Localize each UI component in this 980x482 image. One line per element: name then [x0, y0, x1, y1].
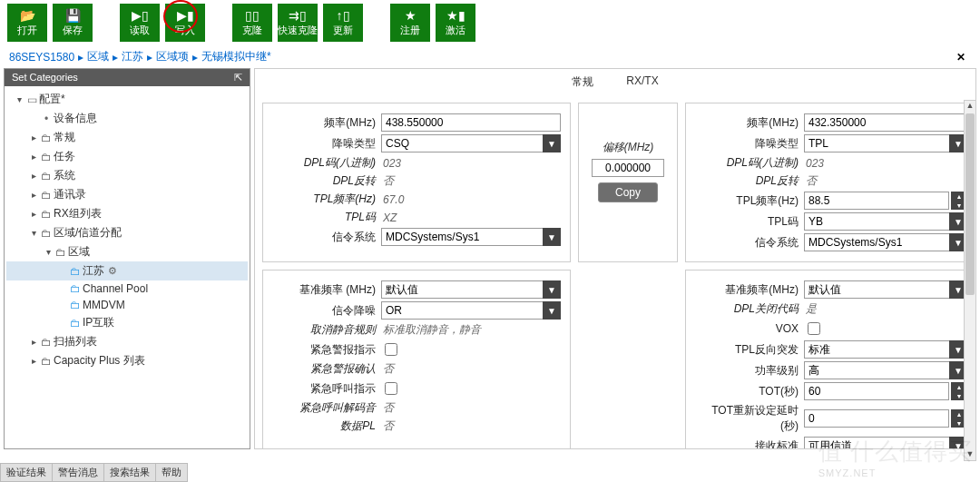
tree-contacts[interactable]: ▸🗀通讯录 — [6, 185, 248, 204]
rx-signal-label: 信令系统 — [272, 230, 381, 245]
rx-dpl-octal-label: DPL码(八进制) — [272, 155, 381, 171]
folder-icon: 🗀 — [68, 317, 83, 330]
update-button[interactable]: ↑▯更新 — [323, 4, 363, 42]
folder-icon: 🗀 — [68, 282, 83, 295]
tree-task[interactable]: ▸🗀任务 — [6, 147, 248, 166]
breadcrumb: 86SEYS1580▸ 区域▸ 江苏▸ 区域项▸ 无锡模拟中继* ✕ — [0, 45, 980, 68]
watermark: 值 什么值得买 SMYZ.NET — [818, 436, 973, 478]
rx-freq-label: 频率(MHz) — [272, 115, 381, 131]
dropdown-icon[interactable]: ▼ — [543, 228, 561, 246]
tree-config[interactable]: ▾▭配置* — [6, 90, 248, 109]
tree-scan-list[interactable]: ▸🗀扫描列表 — [6, 332, 248, 351]
rx-tpl-code-label: TPL码 — [272, 210, 381, 225]
rx-tpl-freq-value: 67.0 — [381, 193, 404, 206]
data-pl-value: 否 — [381, 418, 394, 434]
folder-icon: 🗀 — [68, 299, 83, 311]
tab-bar: 常规 RX/TX — [255, 69, 975, 95]
vox-label: VOX — [695, 322, 804, 335]
fast-clone-button[interactable]: ⇉▯快速克隆 — [278, 4, 318, 42]
tx-freq-label: 频率(MHz) — [695, 115, 804, 131]
tree-zone-alloc[interactable]: ▾🗀区域/信道分配 — [6, 223, 248, 242]
power-select[interactable] — [804, 361, 949, 379]
base-freq-select[interactable] — [381, 280, 543, 299]
update-icon: ↑▯ — [337, 9, 350, 22]
tx-signal-select[interactable] — [804, 233, 949, 251]
footer-validate[interactable]: 验证结果 — [0, 463, 53, 482]
rx-squelch-select[interactable] — [381, 134, 543, 152]
footer-warnings[interactable]: 警告消息 — [52, 463, 104, 482]
tab-rxtx[interactable]: RX/TX — [621, 73, 663, 92]
scrollbar-thumb[interactable] — [965, 113, 975, 295]
em-call-label: 紧急呼叫指示 — [272, 381, 381, 397]
rx-dpl-invert-value: 否 — [381, 173, 394, 189]
tx-squelch-select[interactable] — [804, 134, 949, 152]
vox-checkbox[interactable] — [808, 322, 820, 335]
rx-tpl-code-value: XZ — [381, 211, 397, 224]
breadcrumb-root[interactable]: 86SEYS1580 — [9, 51, 74, 64]
dropdown-icon[interactable]: ▼ — [543, 134, 561, 152]
breadcrumb-zone[interactable]: 区域 — [87, 49, 109, 64]
scroll-up-icon[interactable]: ▲ — [965, 101, 975, 112]
tx-signal-label: 信令系统 — [695, 235, 804, 251]
star-lock-icon: ★▮ — [446, 9, 466, 22]
tree-device-info[interactable]: •设备信息 — [6, 109, 248, 128]
folder-open-icon: 📂 — [20, 9, 35, 22]
tree-ip-inter[interactable]: 🗀IP互联 — [6, 313, 248, 332]
dropdown-icon[interactable]: ▼ — [543, 301, 561, 320]
rx-signal-select[interactable] — [381, 228, 543, 246]
tree-capacity-plus[interactable]: ▸🗀Capacity Plus 列表 — [6, 351, 248, 370]
register-button[interactable]: ★注册 — [390, 4, 430, 42]
read-icon: ▶▯ — [132, 9, 149, 22]
sig-squelch-label: 信令降噪 — [272, 303, 381, 319]
offset-input[interactable] — [592, 159, 664, 177]
activate-button[interactable]: ★▮激活 — [436, 4, 475, 42]
dpl-off-label: DPL关闭代码 — [695, 301, 804, 317]
star-icon: ★ — [405, 9, 416, 22]
tx-tpl-freq-input[interactable] — [804, 192, 949, 210]
tx-tpl-code-select[interactable] — [804, 212, 949, 231]
tx-base-freq-select[interactable] — [804, 280, 949, 299]
rx2-panel: 基准频率 (MHz)▼ 信令降噪▼ 取消静音规则标准取消静音，静音 紧急警报指示… — [262, 270, 571, 448]
tree-system[interactable]: ▸🗀系统 — [6, 166, 248, 185]
folder-icon: 🗀 — [68, 265, 83, 278]
tree-general[interactable]: ▸🗀常规 — [6, 128, 248, 147]
rx-freq-input[interactable] — [381, 113, 561, 132]
tree-rx-group[interactable]: ▸🗀RX组列表 — [6, 204, 248, 223]
tx-freq-input[interactable] — [804, 113, 967, 132]
em-indicator-label: 紧急警报指示 — [272, 342, 381, 358]
footer-help[interactable]: 帮助 — [155, 463, 188, 482]
fast-clone-icon: ⇉▯ — [289, 9, 307, 22]
rx-dpl-octal-value: 023 — [381, 157, 401, 170]
clone-button[interactable]: ▯▯克隆 — [232, 4, 272, 42]
breadcrumb-jiangsu[interactable]: 江苏 — [122, 49, 143, 64]
tree-zone[interactable]: ▾🗀区域 — [6, 242, 248, 261]
sidebar: Set Categories ⇱ ▾▭配置* •设备信息 ▸🗀常规 ▸🗀任务 ▸… — [4, 68, 250, 449]
offset-label: 偏移(MHz) — [603, 140, 654, 155]
sig-squelch-select[interactable] — [381, 301, 543, 320]
tx-dpl-invert-label: DPL反转 — [695, 173, 804, 189]
gear-icon[interactable]: ⚙ — [108, 265, 117, 277]
tot-reset-input[interactable] — [804, 409, 949, 428]
tree-channel-pool[interactable]: 🗀Channel Pool — [6, 280, 248, 297]
copy-button[interactable]: Copy — [598, 182, 658, 202]
tree-jiangsu[interactable]: 🗀江苏⚙ — [6, 261, 248, 280]
tpl-rev-select[interactable] — [804, 340, 949, 359]
close-tab-button[interactable]: ✕ — [951, 51, 971, 64]
footer-search[interactable]: 搜索结果 — [103, 463, 156, 482]
dropdown-icon[interactable]: ▼ — [543, 280, 561, 299]
pin-icon[interactable]: ⇱ — [234, 72, 242, 84]
tab-general[interactable]: 常规 — [566, 73, 599, 92]
em-call-checkbox[interactable] — [385, 382, 397, 395]
breadcrumb-zoneitem[interactable]: 区域项 — [156, 49, 189, 64]
read-button[interactable]: ▶▯读取 — [120, 4, 160, 42]
write-button[interactable]: ▶▮写入 — [165, 4, 205, 42]
tree-mmdvm[interactable]: 🗀MMDVM — [6, 297, 248, 313]
open-button[interactable]: 📂打开 — [7, 4, 47, 42]
vertical-scrollbar[interactable]: ▲ ▼ — [964, 100, 976, 461]
em-indicator-checkbox[interactable] — [385, 343, 397, 356]
offset-panel: 偏移(MHz) Copy — [578, 103, 678, 262]
tot-label: TOT(秒) — [695, 384, 804, 399]
tot-input[interactable] — [804, 382, 949, 400]
save-button[interactable]: 💾保存 — [53, 4, 93, 42]
breadcrumb-current: 无锡模拟中继* — [201, 49, 271, 64]
